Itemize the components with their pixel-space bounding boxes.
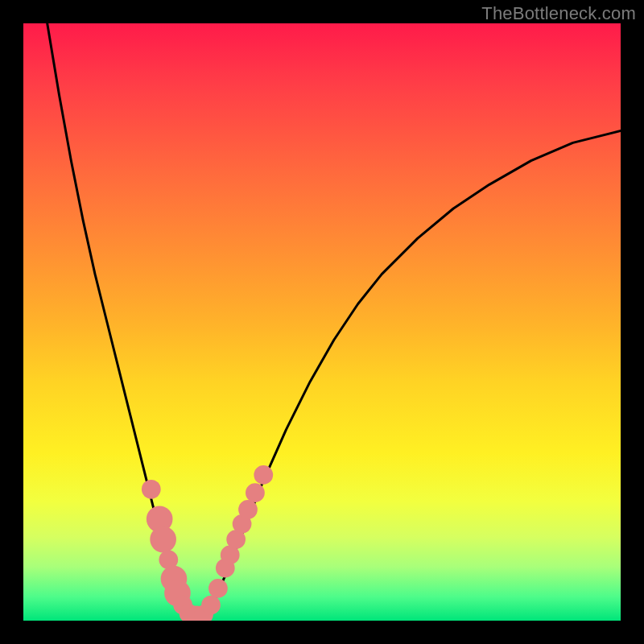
marker-dot [150,526,176,553]
marker-dot [246,483,265,502]
chart-svg [23,23,621,621]
outer-frame: TheBottleneck.com [0,0,644,644]
marker-dot [201,596,221,615]
curve-right-branch [203,131,621,617]
watermark-label: TheBottleneck.com [481,3,636,24]
marker-dot [254,465,273,485]
marker-dot [142,480,161,499]
marker-dot [238,500,258,519]
plot-area [23,23,621,621]
marker-dot [208,579,228,598]
